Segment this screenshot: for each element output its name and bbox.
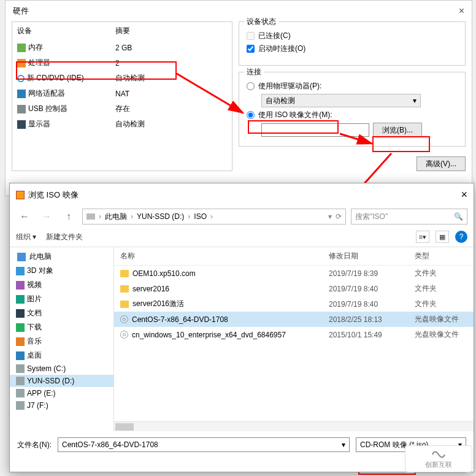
breadcrumb[interactable]: ›此电脑 ›YUN-SSD (D:) ›ISO › ▾⟳: [82, 209, 346, 225]
new-folder-button[interactable]: 新建文件夹: [46, 232, 83, 242]
iso-path-input[interactable]: [261, 123, 369, 137]
desktop-icon: [16, 351, 25, 360]
iso-icon: [120, 315, 128, 323]
browse-button[interactable]: 浏览(B)...: [373, 123, 422, 137]
filename-input[interactable]: CentOS-7-x86_64-DVD-1708▾: [58, 437, 350, 452]
drive-icon: [16, 401, 25, 410]
col-name[interactable]: 名称: [120, 251, 329, 261]
drive-icon: [86, 213, 95, 220]
sidebar-item[interactable]: YUN-SSD (D:): [10, 375, 113, 387]
folder-icon: [120, 270, 129, 277]
file-dialog-title: 浏览 ISO 映像: [28, 190, 79, 201]
watermark: 创新互联: [405, 445, 472, 472]
sidebar-item[interactable]: 下载: [10, 320, 113, 334]
file-row[interactable]: server20162019/7/19 8:40文件夹: [114, 281, 474, 296]
vm-icon: [16, 191, 25, 199]
music-icon: [16, 337, 25, 346]
file-row[interactable]: OEM10.xp510.com2019/7/19 8:39文件夹: [114, 266, 474, 281]
physical-drive-select[interactable]: 自动检测▾: [261, 94, 421, 107]
sidebar-item[interactable]: 文档: [10, 306, 113, 320]
sidebar-item[interactable]: 音乐: [10, 334, 113, 348]
drive-icon: [16, 377, 25, 385]
video-icon: [16, 281, 25, 290]
close-icon[interactable]: ×: [461, 188, 467, 201]
docs-icon: [16, 309, 25, 318]
preview-icon[interactable]: ▦: [436, 231, 449, 243]
device-row[interactable]: 新 CD/DVD (IDE)自动检测: [12, 71, 232, 86]
chevron-down-icon: ▾: [413, 96, 416, 105]
connect-on-power-checkbox[interactable]: 启动时连接(O): [247, 44, 458, 54]
file-open-dialog: 浏览 ISO 映像 × ← → ↑ ›此电脑 ›YUN-SSD (D:) ›IS…: [9, 183, 474, 472]
file-row[interactable]: cn_windows_10_enterprise_x64_dvd_6846957…: [114, 327, 474, 342]
file-list: 名称 修改日期 类型 OEM10.xp510.com2019/7/19 8:39…: [114, 247, 474, 431]
chevron-down-icon[interactable]: ▾: [342, 440, 345, 449]
filename-label: 文件名(N):: [17, 440, 52, 450]
iso-icon: [120, 331, 128, 339]
hardware-dialog: 硬件 × 设备 摘要 内存2 GB 处理器2 新 CD/DVD (IDE)自动检…: [5, 0, 472, 196]
search-input[interactable]: 搜索"ISO" 🔍: [351, 209, 467, 225]
refresh-icon[interactable]: ⟳: [336, 212, 342, 221]
sidebar-item[interactable]: System (C:): [10, 363, 113, 375]
drive-icon: [16, 364, 25, 373]
pictures-icon: [16, 295, 25, 304]
use-iso-radio[interactable]: 使用 ISO 映像文件(M):: [247, 110, 458, 120]
folder-icon: [120, 285, 129, 293]
advanced-button[interactable]: 高级(V)...: [416, 156, 466, 171]
close-icon[interactable]: ×: [459, 6, 464, 17]
drive-icon: [16, 389, 25, 397]
3d-icon: [16, 267, 25, 275]
usb-icon: [17, 105, 26, 113]
device-row[interactable]: 处理器2: [12, 55, 232, 71]
device-list: 设备 摘要 内存2 GB 处理器2 新 CD/DVD (IDE)自动检测 网络适…: [12, 21, 232, 171]
col-summary: 摘要: [115, 26, 130, 36]
use-physical-radio[interactable]: 使用物理驱动器(P):: [247, 81, 458, 91]
device-row[interactable]: 内存2 GB: [12, 40, 232, 55]
breadcrumb-item[interactable]: ISO: [194, 212, 207, 221]
device-row[interactable]: 显示器自动检测: [12, 117, 232, 132]
folder-icon: [120, 301, 129, 308]
cd-icon: [17, 75, 25, 82]
device-status-group: 设备状态 已连接(C) 启动时连接(O): [239, 21, 466, 66]
sidebar: 此电脑 3D 对象 视频 图片 文档 下载 音乐 桌面 System (C:) …: [10, 247, 114, 431]
forward-button[interactable]: →: [38, 209, 55, 225]
sidebar-item[interactable]: J7 (F:): [10, 399, 113, 412]
sidebar-item-this-pc[interactable]: 此电脑: [10, 250, 113, 264]
organize-menu[interactable]: 组织 ▾: [16, 232, 36, 242]
device-row[interactable]: USB 控制器存在: [12, 101, 232, 117]
sidebar-item[interactable]: APP (E:): [10, 387, 113, 399]
display-icon: [17, 120, 26, 129]
connected-checkbox[interactable]: 已连接(C): [247, 31, 458, 41]
pc-icon: [17, 253, 26, 261]
sidebar-item[interactable]: 3D 对象: [10, 264, 113, 278]
horizontal-scrollbar[interactable]: [114, 421, 474, 431]
downloads-icon: [16, 323, 25, 332]
sidebar-item[interactable]: 桌面: [10, 348, 113, 363]
file-row[interactable]: CentOS-7-x86_64-DVD-17082018/2/25 18:13光…: [114, 312, 474, 327]
connection-legend: 连接: [244, 67, 264, 77]
up-button[interactable]: ↑: [60, 209, 77, 225]
network-icon: [17, 90, 26, 98]
sidebar-item[interactable]: 视频: [10, 278, 113, 292]
back-button[interactable]: ←: [16, 209, 33, 225]
col-type[interactable]: 类型: [415, 251, 467, 261]
device-row[interactable]: 网络适配器NAT: [12, 86, 232, 101]
memory-icon: [17, 44, 26, 52]
file-row[interactable]: server2016激活2019/7/19 8:40文件夹: [114, 296, 474, 312]
connection-group: 连接 使用物理驱动器(P): 自动检测▾ 使用 ISO 映像文件(M): 浏览(…: [239, 72, 466, 147]
col-date[interactable]: 修改日期: [329, 251, 415, 261]
col-device: 设备: [17, 26, 115, 36]
breadcrumb-item[interactable]: YUN-SSD (D:): [137, 212, 184, 221]
cpu-icon: [17, 59, 26, 67]
search-icon: 🔍: [454, 212, 463, 221]
help-icon[interactable]: ?: [455, 231, 467, 243]
sidebar-item[interactable]: 图片: [10, 292, 113, 306]
chevron-down-icon[interactable]: ▾: [328, 212, 332, 221]
device-status-legend: 设备状态: [244, 17, 278, 27]
hardware-title: 硬件: [13, 6, 29, 17]
view-icon[interactable]: ≡▾: [416, 231, 429, 243]
breadcrumb-item[interactable]: 此电脑: [105, 212, 127, 222]
